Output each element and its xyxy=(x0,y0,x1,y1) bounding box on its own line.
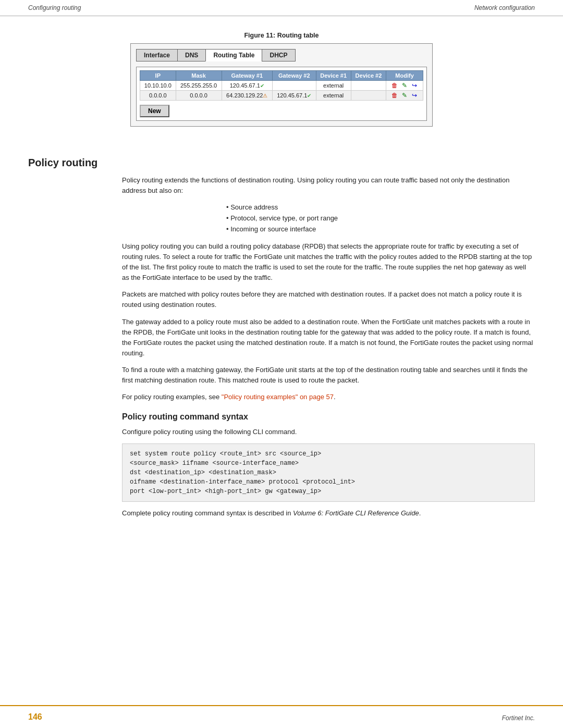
table-header-row: IP Mask Gateway #1 Gateway #2 Device #1 … xyxy=(140,71,423,81)
table-row: 0.0.0.0 0.0.0.0 64.230.129.22⚠ 120.45.67… xyxy=(140,91,423,101)
list-item: Source address xyxy=(226,202,535,213)
header-left: Configuring routing xyxy=(28,4,81,11)
arrow-icon[interactable]: ↪ xyxy=(411,92,418,99)
header-right: Network configuration xyxy=(474,4,535,11)
cell-dev1: external xyxy=(316,91,351,101)
delete-icon[interactable]: 🗑 xyxy=(391,92,398,99)
gw2-check-icon: ✔ xyxy=(307,93,311,98)
edit-icon[interactable]: ✎ xyxy=(401,92,408,99)
para4: To find a route with a matching gateway,… xyxy=(122,365,535,386)
col-mask: Mask xyxy=(176,71,222,81)
cell-dev2 xyxy=(351,91,386,101)
list-item: Incoming or source interface xyxy=(226,224,535,235)
edit-icon[interactable]: ✎ xyxy=(401,82,408,89)
para2: Packets are matched with policy routes b… xyxy=(122,289,535,310)
see-also: For policy routing examples, see "Policy… xyxy=(122,392,535,402)
routing-widget: Interface DNS Routing Table DHCP IP Mask… xyxy=(130,43,433,127)
footer-brand: Fortinet Inc. xyxy=(502,714,535,722)
cmd-intro: Configure policy routing using the follo… xyxy=(122,427,535,437)
col-gw2: Gateway #2 xyxy=(273,71,316,81)
routing-table-container: IP Mask Gateway #1 Gateway #2 Device #1 … xyxy=(136,67,427,121)
cell-mask: 0.0.0.0 xyxy=(176,91,222,101)
subsection-title: Policy routing command syntax xyxy=(122,412,535,422)
bullet-list: Source address Protocol, service type, o… xyxy=(226,202,535,235)
policy-routing-content: Policy routing extends the functions of … xyxy=(122,175,535,519)
page-header: Configuring routing Network configuratio… xyxy=(0,0,563,16)
col-modify: Modify xyxy=(386,71,423,81)
cell-ip: 10.10.10.0 xyxy=(140,81,176,91)
gw1-warn-icon: ⚠ xyxy=(263,93,267,98)
arrow-icon[interactable]: ↪ xyxy=(411,82,418,89)
page-footer: 146 Fortinet Inc. xyxy=(0,705,563,728)
new-button[interactable]: New xyxy=(140,105,169,117)
figure-caption: Figure 11: Routing table xyxy=(244,32,319,39)
para1: Using policy routing you can build a rou… xyxy=(122,241,535,283)
tab-dhcp[interactable]: DHCP xyxy=(262,49,295,61)
cell-dev2 xyxy=(351,81,386,91)
tabs-row: Interface DNS Routing Table DHCP xyxy=(136,49,427,61)
reference-guide-italic: Volume 6: FortiGate CLI Reference Guide xyxy=(293,509,419,517)
page-number: 146 xyxy=(28,712,42,722)
code-block: set system route policy <route_int> src … xyxy=(122,443,535,502)
page-content: Figure 11: Routing table Interface DNS R… xyxy=(0,16,563,546)
para3: The gateway added to a policy route must… xyxy=(122,317,535,359)
cell-ip: 0.0.0.0 xyxy=(140,91,176,101)
policy-routing-examples-link[interactable]: "Policy routing examples" on page 57 xyxy=(222,393,334,401)
col-dev1: Device #1 xyxy=(316,71,351,81)
policy-routing-title: Policy routing xyxy=(28,157,535,169)
tab-routing-table[interactable]: Routing Table xyxy=(205,49,262,61)
gw1-check-icon: ✔ xyxy=(260,83,264,89)
col-gw1: Gateway #1 xyxy=(222,71,272,81)
routing-table: IP Mask Gateway #1 Gateway #2 Device #1 … xyxy=(140,70,423,101)
col-ip: IP xyxy=(140,71,176,81)
outro-paragraph: Complete policy routing command syntax i… xyxy=(122,508,535,519)
cell-modify: 🗑 ✎ ↪ xyxy=(386,91,423,101)
cell-gw1: 64.230.129.22⚠ xyxy=(222,91,272,101)
tab-interface[interactable]: Interface xyxy=(136,49,177,61)
policy-routing-section: Policy routing Policy routing extends th… xyxy=(28,157,535,519)
cell-dev1: external xyxy=(316,81,351,91)
cell-gw2: 120.45.67.1✔ xyxy=(273,91,316,101)
figure-area: Figure 11: Routing table Interface DNS R… xyxy=(28,32,535,142)
list-item: Protocol, service type, or port range xyxy=(226,213,535,224)
cell-gw2 xyxy=(273,81,316,91)
cell-gw1: 120.45.67.1✔ xyxy=(222,81,272,91)
intro-paragraph: Policy routing extends the functions of … xyxy=(122,175,535,196)
col-dev2: Device #2 xyxy=(351,71,386,81)
table-row: 10.10.10.0 255.255.255.0 120.45.67.1✔ ex… xyxy=(140,81,423,91)
delete-icon[interactable]: 🗑 xyxy=(391,82,398,89)
cell-modify: 🗑 ✎ ↪ xyxy=(386,81,423,91)
cell-mask: 255.255.255.0 xyxy=(176,81,222,91)
tab-dns[interactable]: DNS xyxy=(177,49,205,61)
